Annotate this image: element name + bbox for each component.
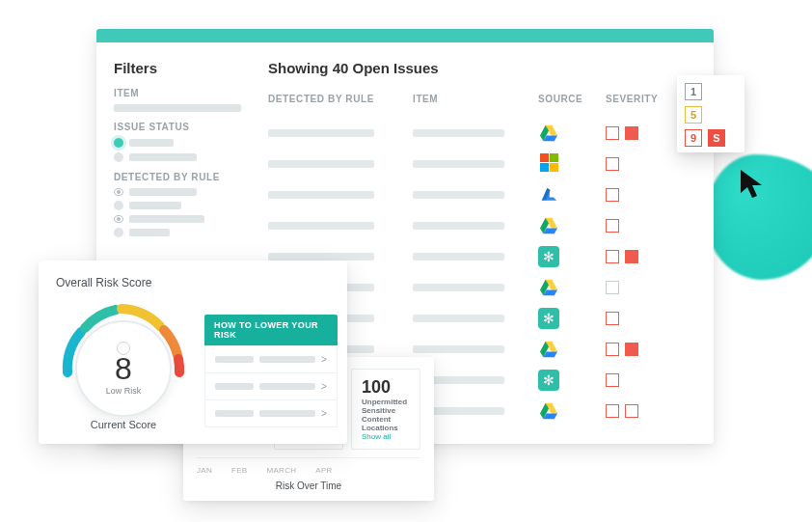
gdrive-icon <box>538 339 559 360</box>
filter-rule-option[interactable] <box>114 201 241 210</box>
legend-box-9: 9 <box>685 129 702 147</box>
filter-status-label: ISSUE STATUS <box>114 122 241 132</box>
month-label: MARCH <box>266 466 296 475</box>
severity-box-gray <box>606 281 619 294</box>
severity-cell <box>606 157 692 171</box>
filter-rule-option[interactable] <box>114 215 241 223</box>
radio-icon <box>114 152 123 162</box>
severity-box-outline <box>606 188 619 202</box>
gdrive-icon <box>538 277 559 298</box>
text-placeholder <box>215 410 254 417</box>
tealapp-icon <box>538 308 559 329</box>
item-placeholder <box>413 345 504 353</box>
option-placeholder <box>129 202 181 209</box>
severity-legend-popover: 1 5 9 S <box>677 75 744 152</box>
severity-box-outline <box>606 373 619 387</box>
severity-box-outline <box>606 404 619 418</box>
option-placeholder <box>129 139 174 147</box>
stat-locations-label: Unpermitted Sensitive Content Locations <box>362 398 410 432</box>
col-header-rule[interactable]: DETECTED BY RULE <box>268 94 413 104</box>
gdrive-icon <box>538 123 559 144</box>
stat-locations[interactable]: 100 Unpermitted Sensitive Content Locati… <box>351 369 420 450</box>
radio-icon <box>114 228 123 237</box>
option-placeholder <box>129 215 204 223</box>
col-header-source[interactable]: SOURCE <box>538 94 606 104</box>
severity-cell <box>606 281 692 294</box>
text-placeholder <box>259 383 315 390</box>
microsoft-icon <box>538 153 559 175</box>
severity-box-outline <box>606 219 619 233</box>
chevron-right-icon: > <box>321 354 327 365</box>
month-label: APR <box>315 466 332 475</box>
card-accent-bar <box>96 29 714 42</box>
filter-item-label: ITEM <box>114 88 241 98</box>
legend-row[interactable]: 9 S <box>685 129 737 147</box>
item-placeholder <box>413 160 504 168</box>
risk-score-label: Low Risk <box>106 386 142 396</box>
item-placeholder <box>413 129 504 137</box>
gdrive-icon <box>538 400 559 422</box>
lower-risk-item[interactable]: > <box>205 345 337 372</box>
text-placeholder <box>259 356 315 363</box>
azure-icon <box>538 184 559 206</box>
chevron-right-icon: > <box>321 408 327 419</box>
eye-icon <box>114 215 123 223</box>
month-label: JAN <box>197 466 212 475</box>
item-placeholder <box>413 284 504 291</box>
item-placeholder <box>413 191 504 199</box>
gauge-center: 8 Low Risk <box>75 320 172 417</box>
legend-box-5: 5 <box>685 106 702 124</box>
tealapp-icon <box>538 370 559 391</box>
severity-box-filled <box>625 250 638 263</box>
col-header-item[interactable]: ITEM <box>413 94 538 104</box>
legend-row[interactable]: 5 <box>685 106 737 124</box>
option-placeholder <box>129 153 197 161</box>
rule-placeholder <box>268 222 374 230</box>
severity-cell <box>606 343 692 356</box>
cursor-icon <box>739 168 768 205</box>
rule-placeholder <box>268 129 374 137</box>
severity-cell <box>606 188 692 202</box>
filter-status-option[interactable] <box>114 152 241 162</box>
text-placeholder <box>215 383 254 390</box>
filter-status-option[interactable] <box>114 138 241 148</box>
table-row[interactable] <box>268 149 692 179</box>
risk-title: Overall Risk Score <box>56 276 330 289</box>
severity-cell <box>606 219 692 233</box>
severity-cell <box>606 404 692 418</box>
table-row[interactable] <box>268 118 692 149</box>
lower-risk-heading: HOW TO LOWER YOUR RISK <box>204 315 338 345</box>
stat-locations-link[interactable]: Show all <box>362 432 410 441</box>
item-placeholder <box>413 222 504 230</box>
gdrive-icon <box>538 215 559 236</box>
severity-box-outline <box>606 343 619 356</box>
issues-heading: Showing 40 Open Issues <box>268 60 692 76</box>
filter-rule-option[interactable] <box>114 228 241 237</box>
item-placeholder <box>413 315 504 322</box>
text-placeholder <box>259 410 315 417</box>
filter-item-placeholder <box>114 104 241 112</box>
severity-box-outline <box>625 404 638 418</box>
legend-row[interactable]: 1 <box>685 83 737 100</box>
severity-box-outline <box>606 126 619 140</box>
timeline-months: JAN FEB MARCH APR <box>197 457 420 475</box>
severity-cell <box>606 312 692 325</box>
filter-rule-option[interactable] <box>114 188 241 196</box>
rule-placeholder <box>268 191 374 199</box>
risk-over-time-label: Risk Over Time <box>197 481 420 491</box>
table-row[interactable] <box>268 179 692 210</box>
severity-box-outline <box>606 157 619 171</box>
risk-score-card: Overall Risk Score 8 Low Risk Current Sc… <box>39 261 347 444</box>
lower-risk-item[interactable]: > <box>205 399 337 426</box>
filters-title: Filters <box>114 60 241 76</box>
stat-locations-number: 100 <box>362 377 410 398</box>
item-placeholder <box>413 253 504 261</box>
current-score-label: Current Score <box>56 419 191 430</box>
table-row[interactable] <box>268 210 692 241</box>
severity-box-outline <box>606 250 619 263</box>
chevron-right-icon: > <box>321 381 327 392</box>
tealapp-icon <box>538 246 559 267</box>
legend-box-1: 1 <box>685 83 702 100</box>
rule-placeholder <box>268 160 374 168</box>
lower-risk-item[interactable]: > <box>205 372 337 399</box>
